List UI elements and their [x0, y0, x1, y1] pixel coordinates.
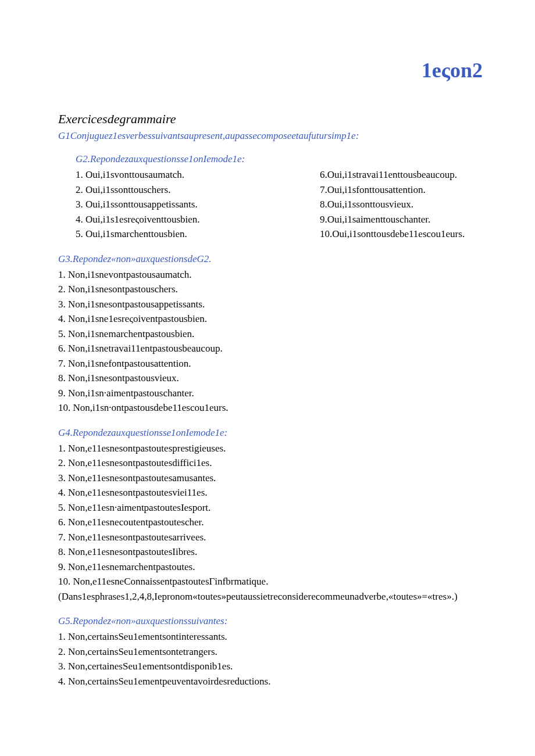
g3-item: 2. Non,i1snesontpastouschers.	[58, 282, 494, 297]
g3-item: 10. Non,i1sn·ontpastousdebe11escou1eurs.	[58, 400, 494, 415]
g4-item: 2. Non,e11esnesontpastoutesdiffici1es.	[58, 456, 494, 471]
g4-item: 9. Non,e11esnemarchentpastoutes.	[58, 560, 494, 575]
g4-item: 3. Non,e11esnesontpastoutesamusantes.	[58, 471, 494, 486]
g2-left-item: 1. Oui,i1svonttousaumatch.	[76, 167, 320, 182]
g2-col-right: 6.Oui,i1stravai11enttousbeaucoup. 7.Oui,…	[320, 167, 494, 242]
g2-right-item: 8.Oui,i1ssonttousvieux.	[320, 197, 494, 212]
g2-left-item: 4. Oui,i1s1esreςoiventtousbien.	[76, 212, 320, 227]
section-heading: Exercicesdegrammaire	[58, 112, 494, 127]
g2-right-item: 9.Oui,i1saimenttouschanter.	[320, 212, 494, 227]
g3-block: G3.Repondez«non»auxquestionsdeG2. 1. Non…	[58, 253, 494, 415]
g2-left-item: 5. Oui,i1smarchenttousbien.	[76, 227, 320, 242]
page-container: 1eςon2 Exercicesdegrammaire G1Conjuguez1…	[0, 0, 535, 712]
g4-item: 1. Non,e11esnesontpastoutesprestigieuses…	[58, 441, 494, 456]
g2-left-item: 2. Oui,i1ssonttouschers.	[76, 182, 320, 198]
g4-item: 8. Non,e11esnesontpastoutesIibres.	[58, 544, 494, 560]
g2-columns: 1. Oui,i1svonttousaumatch. 2. Oui,i1sson…	[76, 167, 494, 242]
g2-col-left: 1. Oui,i1svonttousaumatch. 2. Oui,i1sson…	[76, 167, 320, 242]
g1-instruction: G1Conjuguez1esverbessuivantsaupresent,au…	[58, 130, 494, 142]
g5-item: 3. Non,certainesSeu1ementsontdisponib1es…	[58, 659, 494, 674]
g2-right-item: 7.Oui,i1sfonttousattention.	[320, 182, 494, 198]
g2-title: G2.Repondezauxquestionsse1onIemode1e:	[76, 153, 494, 165]
g4-item: 4. Non,e11esnesontpastoutesviei11es.	[58, 485, 494, 500]
g4-item: 7. Non,e11esnesontpastoutesarrivees.	[58, 530, 494, 545]
g2-block: G2.Repondezauxquestionsse1onIemode1e: 1.…	[58, 153, 494, 242]
g3-item: 1. Non,i1snevontpastousaumatch.	[58, 267, 494, 282]
g5-item: 4. Non,certainsSeu1ementpeuventavoirdesr…	[58, 674, 494, 689]
g4-block: G4.Repondezauxquestionsse1onIemode1e: 1.…	[58, 427, 494, 604]
g5-title: G5.Repondez«non»auxquestionssuivantes:	[58, 615, 494, 627]
g2-right-item: 6.Oui,i1stravai11enttousbeaucoup.	[320, 167, 494, 182]
g4-title: G4.Repondezauxquestionsse1onIemode1e:	[58, 427, 494, 439]
g3-item: 7. Non,i1snefontpastousattention.	[58, 356, 494, 371]
g4-item: 6. Non,e11esnecoutentpastoutescher.	[58, 515, 494, 530]
g4-item: 5. Non,e11esn·aimentpastoutesIesport.	[58, 500, 494, 515]
g3-item: 3. Non,i1snesontpastousappetissants.	[58, 297, 494, 312]
lesson-title: 1eςon2	[58, 58, 494, 83]
g2-right-item: 10.Oui,i1sonttousdebe11escou1eurs.	[320, 227, 494, 242]
g5-item: 1. Non,certainsSeu1ementsontinteressants…	[58, 629, 494, 644]
g4-item: 10. Non,e11esneConnaissentpastoutesΓinfb…	[58, 574, 494, 589]
g3-item: 4. Non,i1sne1esreςoiventpastousbien.	[58, 311, 494, 327]
g4-note: (Dans1esphrases1,2,4,8,Iepronom«toutes»p…	[58, 589, 494, 604]
g5-block: G5.Repondez«non»auxquestionssuivantes: 1…	[58, 615, 494, 689]
g3-item: 9. Non,i1sn·aimentpastouschanter.	[58, 386, 494, 401]
g3-title: G3.Repondez«non»auxquestionsdeG2.	[58, 253, 494, 265]
g3-item: 8. Non,i1snesontpastousvieux.	[58, 371, 494, 386]
g3-item: 6. Non,i1snetravai11entpastousbeaucoup.	[58, 341, 494, 356]
g5-item: 2. Non,certainsSeu1ementsontetrangers.	[58, 644, 494, 660]
g2-left-item: 3. Oui,i1ssonttousappetissants.	[76, 197, 320, 212]
g3-item: 5. Non,i1snemarchentpastousbien.	[58, 327, 494, 342]
